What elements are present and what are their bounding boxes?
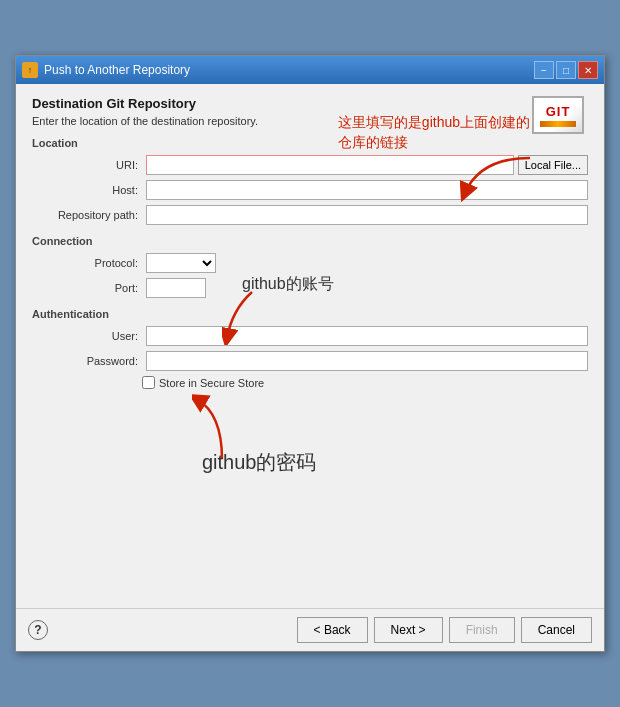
port-label: Port: (32, 282, 142, 294)
window-controls: − □ ✕ (534, 61, 598, 79)
password-input[interactable] (146, 351, 588, 371)
next-button[interactable]: Next > (374, 617, 443, 643)
uri-row: URI: Local File... (32, 155, 588, 175)
window-title: Push to Another Repository (44, 63, 190, 77)
annotation-3: github的密码 (202, 449, 317, 476)
protocol-select[interactable]: ssh http https git (146, 253, 216, 273)
navigation-buttons: < Back Next > Finish Cancel (297, 617, 592, 643)
uri-label: URI: (32, 159, 142, 171)
store-row: Store in Secure Store (32, 376, 588, 389)
protocol-label: Protocol: (32, 257, 142, 269)
repo-path-label: Repository path: (32, 209, 142, 221)
uri-input[interactable] (146, 155, 514, 175)
store-label: Store in Secure Store (159, 377, 264, 389)
password-row: Password: (32, 351, 588, 371)
title-bar: ↑ Push to Another Repository − □ ✕ (16, 56, 604, 84)
maximize-button[interactable]: □ (556, 61, 576, 79)
repo-path-input[interactable] (146, 205, 588, 225)
protocol-row: Protocol: ssh http https git (32, 253, 588, 273)
close-button[interactable]: ✕ (578, 61, 598, 79)
help-button[interactable]: ? (28, 620, 48, 640)
password-label: Password: (32, 355, 142, 367)
bottom-bar: ? < Back Next > Finish Cancel (16, 608, 604, 651)
host-label: Host: (32, 184, 142, 196)
annotation-1: 这里填写的是github上面创建的仓库的链接 (338, 113, 530, 152)
user-label: User: (32, 330, 142, 342)
cancel-button[interactable]: Cancel (521, 617, 592, 643)
user-row: User: (32, 326, 588, 346)
minimize-button[interactable]: − (534, 61, 554, 79)
back-button[interactable]: < Back (297, 617, 368, 643)
finish-button[interactable]: Finish (449, 617, 515, 643)
port-input[interactable] (146, 278, 206, 298)
main-content: GIT Destination Git Repository Enter the… (32, 96, 588, 596)
repo-path-row: Repository path: (32, 205, 588, 225)
host-input[interactable] (146, 180, 588, 200)
store-checkbox[interactable] (142, 376, 155, 389)
connection-section-label: Connection (32, 235, 588, 247)
user-input[interactable] (146, 326, 588, 346)
host-row: Host: (32, 180, 588, 200)
git-logo: GIT (532, 96, 584, 134)
annotation-2: github的账号 (242, 274, 334, 295)
section-title: Destination Git Repository (32, 96, 588, 111)
main-window: ↑ Push to Another Repository − □ ✕ GIT D… (15, 55, 605, 652)
authentication-section-label: Authentication (32, 308, 588, 320)
local-file-button[interactable]: Local File... (518, 155, 588, 175)
window-icon: ↑ (22, 62, 38, 78)
